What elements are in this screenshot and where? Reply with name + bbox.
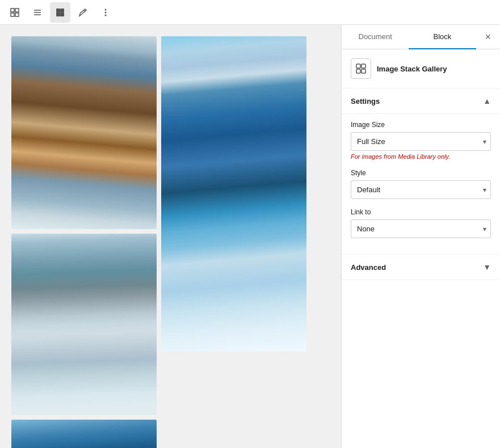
gallery-image-3[interactable] <box>11 234 157 415</box>
list-view-button[interactable] <box>27 2 48 23</box>
link-to-field: Link to None Media File Attachment Page … <box>351 208 491 238</box>
svg-rect-2 <box>11 13 14 16</box>
link-to-select[interactable]: None Media File Attachment Page Custom U… <box>351 219 491 238</box>
image-size-select[interactable]: Full Size Large Medium Thumbnail <box>351 132 491 151</box>
svg-rect-10 <box>60 12 64 16</box>
sidebar-tabs: Document Block × <box>342 25 500 49</box>
svg-point-12 <box>105 9 107 10</box>
grid-view-button[interactable] <box>5 2 25 23</box>
settings-content: Image Size Full Size Large Medium Thumbn… <box>342 114 500 254</box>
svg-rect-15 <box>356 64 360 68</box>
gallery-image-4[interactable] <box>11 420 157 448</box>
close-button[interactable]: × <box>476 25 501 49</box>
style-select[interactable]: Default Rounded Square <box>351 180 491 199</box>
gallery-image-1[interactable] <box>11 36 157 229</box>
style-select-wrapper: Default Rounded Square ▾ <box>351 180 491 199</box>
more-options-button[interactable] <box>95 2 116 23</box>
link-to-label: Link to <box>351 208 491 216</box>
advanced-label: Advanced <box>351 263 386 272</box>
advanced-chevron-icon: ▼ <box>483 263 491 272</box>
settings-label: Settings <box>351 97 380 105</box>
image-size-select-wrapper: Full Size Large Medium Thumbnail ▾ <box>351 132 491 151</box>
svg-rect-0 <box>11 9 14 12</box>
svg-rect-3 <box>15 13 19 16</box>
block-title: Image Stack Gallery <box>377 65 447 73</box>
main-layout: Document Block × Image Stack Gallery Set… <box>0 25 500 448</box>
draw-button[interactable] <box>73 2 93 23</box>
image-size-note: For images from Media Library only. <box>351 153 491 160</box>
link-to-select-wrapper: None Media File Attachment Page Custom U… <box>351 219 491 238</box>
svg-rect-9 <box>56 12 60 16</box>
image-size-label: Image Size <box>351 121 491 129</box>
toolbar <box>0 0 500 25</box>
svg-rect-18 <box>362 69 365 73</box>
svg-line-11 <box>84 10 85 11</box>
block-header: Image Stack Gallery <box>342 49 500 88</box>
block-tab[interactable]: Block <box>409 25 476 49</box>
advanced-section: Advanced ▼ <box>342 254 500 280</box>
svg-rect-16 <box>362 64 365 68</box>
svg-point-14 <box>105 14 107 16</box>
image-size-field: Image Size Full Size Large Medium Thumbn… <box>351 121 491 160</box>
svg-rect-17 <box>356 69 360 73</box>
block-icon <box>351 58 371 79</box>
canvas-area[interactable] <box>0 25 341 448</box>
block-view-button[interactable] <box>50 2 70 23</box>
style-label: Style <box>351 169 491 177</box>
svg-rect-7 <box>56 9 60 12</box>
svg-point-13 <box>105 11 107 13</box>
svg-rect-1 <box>15 9 19 12</box>
advanced-section-header[interactable]: Advanced ▼ <box>342 255 500 280</box>
gallery-grid <box>11 36 306 448</box>
sidebar: Document Block × Image Stack Gallery Set… <box>341 25 500 448</box>
style-field: Style Default Rounded Square ▾ <box>351 169 491 199</box>
settings-section-header[interactable]: Settings ▲ <box>342 88 500 114</box>
gallery-image-2[interactable] <box>161 36 306 415</box>
settings-chevron-icon: ▲ <box>483 96 491 105</box>
document-tab[interactable]: Document <box>342 25 409 49</box>
svg-rect-8 <box>60 9 64 12</box>
